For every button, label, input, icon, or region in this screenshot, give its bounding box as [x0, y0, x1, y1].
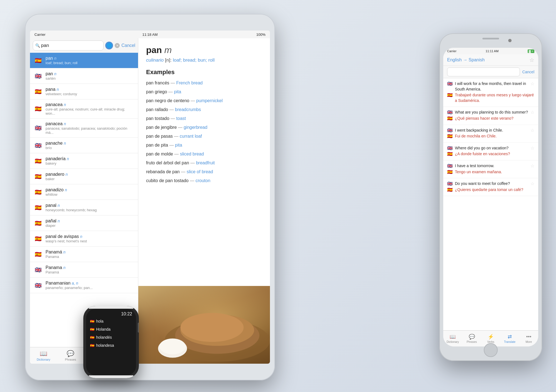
phrase-pair: 🇬🇧 What are you planning to do this summ… — [443, 107, 538, 125]
iphone-home-button[interactable] — [484, 343, 498, 357]
watch-item[interactable]: 🇪🇸Holanda — [88, 326, 134, 333]
iphone-tab-verbs[interactable]: ⚡ Verbs — [481, 334, 500, 343]
iphone-star-icon[interactable]: ☆ — [529, 57, 534, 63]
clear-button[interactable]: ✕ — [115, 43, 120, 48]
example-es: fruto del árbol del pan — [146, 160, 189, 165]
watch-item[interactable]: 🇪🇸hola — [88, 318, 134, 325]
phrase-star[interactable]: ☆ — [530, 163, 534, 169]
result-item[interactable]: 🇬🇧 pan n sartén — [30, 68, 138, 84]
result-item[interactable]: 🇪🇸 panadero n baker — [30, 169, 138, 184]
example-es: cubito de pan tostado — [146, 178, 189, 183]
watch-band-bottom — [89, 375, 133, 378]
apple-watch: 10:22 🇪🇸hola🇪🇸Holanda🇪🇸holandés🇪🇸holande… — [83, 306, 139, 378]
result-item[interactable]: 🇪🇸 panal de avispas n wasp's nest; horne… — [30, 231, 138, 247]
tab-icon: 📖 — [40, 350, 47, 357]
ipad-status-bar: Carrier 11:18 AM 100% — [30, 31, 270, 38]
search-icon: 🔍 — [35, 43, 40, 48]
examples-list: pan francés — French breadpan griego — p… — [146, 80, 262, 184]
result-def: brío — [46, 146, 66, 150]
detail-pos: m — [164, 45, 172, 55]
iphone-tab-dictionary[interactable]: 📖 Dictionary — [443, 334, 462, 343]
iphone-cancel-button[interactable]: Cancel — [522, 70, 534, 74]
flag-icon: 🇪🇸 — [34, 157, 42, 165]
result-item[interactable]: 🇬🇧 panacea n panacea; sanalotodo; panace… — [30, 119, 138, 138]
result-word: panadizo n — [46, 187, 67, 192]
ipad-tab-dictionary[interactable]: 📖 Dictionary — [30, 350, 57, 361]
result-item[interactable]: 🇪🇸 Panamá n Panama — [30, 247, 138, 262]
result-word: panadero n — [46, 172, 68, 177]
phrase-star[interactable]: ☆ — [530, 81, 534, 86]
iphone-search-input[interactable] — [447, 67, 520, 76]
watch-screen: 10:22 🇪🇸hola🇪🇸Holanda🇪🇸holandés🇪🇸holande… — [86, 309, 136, 375]
result-item[interactable]: 🇪🇸 panal n honeycomb; honeycomb; hexag — [30, 200, 138, 215]
phrase-en: Where did you go on vacation? — [455, 145, 528, 151]
flag-icon: 🇪🇸 — [34, 56, 42, 65]
iphone-tab-phrases[interactable]: 💬 Phrases — [462, 334, 481, 343]
result-def: panameño; panameño; pan... — [46, 286, 93, 290]
result-item[interactable]: 🇪🇸 pana n velveteen; corduroy — [30, 84, 138, 99]
phrase-star[interactable]: ☆ — [530, 181, 534, 186]
flag-icon: 🇪🇸 — [34, 105, 42, 113]
phrase-es: ¿Qué piensas hacer este verano? — [455, 116, 534, 121]
iphone-device: Carrier 11:11 AM ▓ + English → Spanish ☆… — [439, 33, 542, 361]
flag-icon: 🇬🇧 — [34, 281, 42, 290]
phrase-en: What are you planning to do this summer? — [455, 110, 528, 115]
phrase-pair: 🇬🇧 I will work for a few months, then tr… — [443, 78, 538, 107]
ipad-battery: 100% — [256, 32, 266, 37]
example-en: French bread — [176, 81, 203, 85]
cancel-button[interactable]: Cancel — [121, 43, 135, 48]
example-row: pan griego — pita — [146, 89, 262, 95]
phrase-es: Tengo un examen mañana. — [455, 169, 534, 175]
ipad-tab-phrases[interactable]: 💬 Phrases — [57, 350, 84, 361]
example-en: breadfruit — [196, 160, 215, 165]
watch-item[interactable]: 🇪🇸holandesa — [88, 342, 134, 349]
result-def: panacea; sanalotodo; panacea; sanalotodo… — [46, 126, 134, 135]
iphone-tab-label: Phrases — [467, 340, 477, 343]
example-en: breadcrumbs — [175, 107, 201, 112]
flag-icon: 🇬🇧 — [34, 141, 42, 150]
ipad-carrier: Carrier — [34, 32, 46, 37]
result-def: loaf; bread; bun; roll — [46, 61, 77, 65]
tab-label: Dictionary — [37, 358, 50, 361]
iphone-camera — [508, 39, 512, 42]
result-item[interactable]: 🇪🇸 panadizo n whitlow — [30, 184, 138, 200]
watch-word: hola — [96, 319, 103, 323]
result-item[interactable]: 🇬🇧 panache n brío — [30, 138, 138, 153]
iphone-search-bar: Cancel — [443, 66, 538, 78]
example-en: slice of bread — [187, 169, 213, 174]
watch-flag: 🇪🇸 — [90, 327, 94, 331]
result-item[interactable]: 🇪🇸 panacea n cure-all; panacea; nostrum;… — [30, 99, 138, 119]
search-query: pan — [41, 43, 101, 48]
result-item[interactable]: 🇪🇸 panadería n bakery — [30, 153, 138, 169]
iphone-lang-title: English → Spanish — [447, 57, 485, 62]
es-flag: 🇪🇸 — [447, 187, 453, 192]
watch-item[interactable]: 🇪🇸holandés — [88, 334, 134, 341]
en-flag: 🇬🇧 — [447, 145, 453, 151]
result-def: cure-all; panacea; nostrum; cure-all; mi… — [46, 107, 134, 115]
globe-button[interactable]: 🌐 — [105, 42, 113, 49]
phrase-star[interactable]: ☆ — [530, 110, 534, 115]
result-def: Panama — [46, 255, 66, 259]
result-word: pan n — [46, 71, 56, 76]
phrase-en: I went backpacking in Chile. — [455, 128, 528, 133]
result-def: sartén — [46, 76, 56, 81]
watch-band-top — [89, 306, 133, 309]
result-item[interactable]: 🇬🇧 Panamanian a, n panameño; panameño; p… — [30, 278, 138, 293]
es-flag: 🇪🇸 — [447, 134, 453, 139]
phrase-pair: 🇬🇧 I went backpacking in Chile. ☆ 🇪🇸 Fui… — [443, 125, 538, 143]
iphone-tab-translate[interactable]: ⇄ Translate — [500, 334, 519, 343]
result-item[interactable]: 🇪🇸 pañal n diaper — [30, 215, 138, 231]
result-item[interactable]: 🇪🇸 pan n loaf; bread; bun; roll — [30, 53, 138, 68]
detail-culinario: culinario [n]: loaf; bread; bun; roll — [146, 57, 262, 63]
es-flag: 🇪🇸 — [447, 116, 453, 121]
result-item[interactable]: 🇬🇧 Panama n Panamá — [30, 262, 138, 278]
phrase-star[interactable]: ☆ — [530, 128, 534, 133]
example-en: crouton — [196, 178, 210, 183]
search-input-wrap[interactable]: 🔍 pan — [33, 41, 104, 51]
iphone-tab-more[interactable]: ••• More — [519, 334, 538, 343]
iphone-tab-icon: ⚡ — [488, 334, 494, 340]
phrase-star[interactable]: ☆ — [530, 145, 534, 151]
detail-word: pan m — [146, 45, 262, 55]
result-word: panacea n — [46, 102, 134, 107]
result-def: diaper — [46, 223, 60, 228]
